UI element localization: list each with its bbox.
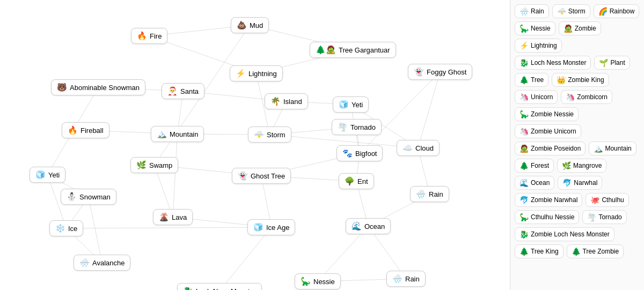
node-lava[interactable]: 🌋Lava bbox=[153, 209, 193, 225]
node-tree-gargantuar[interactable]: 🌲🧟Tree Gargantuar bbox=[310, 42, 396, 58]
sidebar-item-zombie-loch-ness-monster[interactable]: 🐉Zombie Loch Ness Monster bbox=[515, 227, 614, 241]
node-fireball[interactable]: 🔥Fireball bbox=[62, 122, 109, 138]
sidebar-item-plant[interactable]: 🌱Plant bbox=[594, 56, 630, 70]
sidebar-item-mountain[interactable]: 🏔️Mountain bbox=[589, 142, 636, 155]
sidebar-item-mangrove[interactable]: 🌿Mangrove bbox=[557, 159, 606, 173]
svg-line-32 bbox=[89, 197, 102, 263]
sidebar: 🌧️Rain🌩️Storm🌈Rainbow🦕Nessie🧟Zombie⚡Ligh… bbox=[510, 0, 644, 290]
sidebar-item-tornado[interactable]: 🌪️Tornado bbox=[582, 210, 626, 224]
sidebar-item-lightning[interactable]: ⚡Lightning bbox=[515, 39, 562, 53]
node-nessie[interactable]: 🦕Nessie bbox=[295, 273, 341, 289]
node-loch-ness[interactable]: 🐉Loch Ness Monster bbox=[177, 283, 262, 290]
sidebar-item-zombie-king[interactable]: 👑Zombie King bbox=[552, 73, 609, 87]
node-ice[interactable]: ❄️Ice bbox=[49, 220, 83, 236]
node-mountain[interactable]: 🏔️Mountain bbox=[151, 126, 204, 142]
sidebar-item-zombicorn[interactable]: 🦄Zombicorn bbox=[561, 90, 612, 104]
sidebar-item-nessie[interactable]: 🦕Nessie bbox=[515, 21, 555, 35]
node-ice-age[interactable]: 🧊Ice Age bbox=[247, 219, 295, 235]
sidebar-item-tree-zombie[interactable]: 🌲Tree Zombie bbox=[567, 244, 624, 258]
svg-line-36 bbox=[219, 227, 272, 290]
svg-line-34 bbox=[67, 227, 272, 228]
node-lightning[interactable]: ⚡Lightning bbox=[230, 65, 283, 81]
sidebar-item-zombie-narwhal[interactable]: 🐬Zombie Narwhal bbox=[515, 193, 582, 207]
sidebar-item-zombie-unicorn[interactable]: 🦄Zombie Unicorn bbox=[515, 124, 581, 138]
node-abominable-snowman[interactable]: 🐻Abominable Snowman bbox=[51, 79, 145, 95]
svg-line-16 bbox=[173, 134, 178, 217]
svg-line-40 bbox=[418, 72, 440, 148]
node-ghost-tree[interactable]: 👻Ghost Tree bbox=[232, 168, 291, 184]
sidebar-item-unicorn[interactable]: 🦄Unicorn bbox=[515, 90, 558, 104]
node-santa[interactable]: 🎅Santa bbox=[162, 83, 204, 99]
sidebar-item-narwhal[interactable]: 🐬Narwhal bbox=[558, 176, 602, 190]
node-storm[interactable]: 🌩️Storm bbox=[248, 127, 291, 143]
node-yeti2[interactable]: 🧊Yeti bbox=[30, 167, 65, 183]
node-tornado[interactable]: 🌪️Tornado bbox=[332, 119, 382, 135]
node-fire[interactable]: 🔥Fire bbox=[131, 28, 167, 44]
sidebar-item-cthulhu[interactable]: 🐙Cthulhu bbox=[586, 193, 628, 207]
sidebar-item-rain[interactable]: 🌧️Rain bbox=[515, 4, 549, 18]
sidebar-item-tree-king[interactable]: 🌲Tree King bbox=[515, 244, 564, 258]
node-cloud[interactable]: ☁️Cloud bbox=[397, 140, 440, 156]
sidebar-item-zombie[interactable]: 🧟Zombie bbox=[559, 21, 601, 35]
sidebar-item-ocean[interactable]: 🌊Ocean bbox=[515, 176, 554, 190]
node-yeti[interactable]: 🧊Yeti bbox=[333, 96, 369, 113]
node-snowman[interactable]: ⛄Snowman bbox=[61, 189, 116, 205]
node-foggy-ghost[interactable]: 👻Foggy Ghost bbox=[408, 64, 472, 80]
node-ocean[interactable]: 🌊Ocean bbox=[346, 218, 391, 234]
node-bigfoot[interactable]: 🐾Bigfoot bbox=[336, 145, 383, 161]
sidebar-item-rainbow[interactable]: 🌈Rainbow bbox=[594, 4, 640, 18]
sidebar-item-cthulhu-nessie[interactable]: 🦕Cthulhu Nessie bbox=[515, 210, 579, 224]
node-rain2[interactable]: 🌧️Rain bbox=[386, 271, 426, 287]
sidebar-item-loch-ness-monster[interactable]: 🐉Loch Ness Monster bbox=[515, 56, 591, 70]
sidebar-item-zombie-nessie[interactable]: 🦕Zombie Nessie bbox=[515, 107, 579, 121]
node-swamp[interactable]: 🌿Swamp bbox=[130, 157, 178, 173]
node-mud[interactable]: 💩Mud bbox=[231, 17, 269, 33]
node-avalanche[interactable]: 🌨️Avalanche bbox=[74, 255, 130, 271]
node-ent[interactable]: 🌳Ent bbox=[339, 173, 374, 189]
sidebar-item-zombie-poseidon[interactable]: 🧟Zombie Poseidon bbox=[515, 142, 586, 155]
sidebar-item-tree[interactable]: 🌲Tree bbox=[515, 73, 548, 87]
sidebar-item-forest[interactable]: 🌲Forest bbox=[515, 159, 554, 173]
node-rain[interactable]: 🌧️Rain bbox=[410, 186, 449, 202]
node-island[interactable]: 🌴Island bbox=[265, 93, 308, 109]
sidebar-item-storm[interactable]: 🌩️Storm bbox=[552, 4, 590, 18]
